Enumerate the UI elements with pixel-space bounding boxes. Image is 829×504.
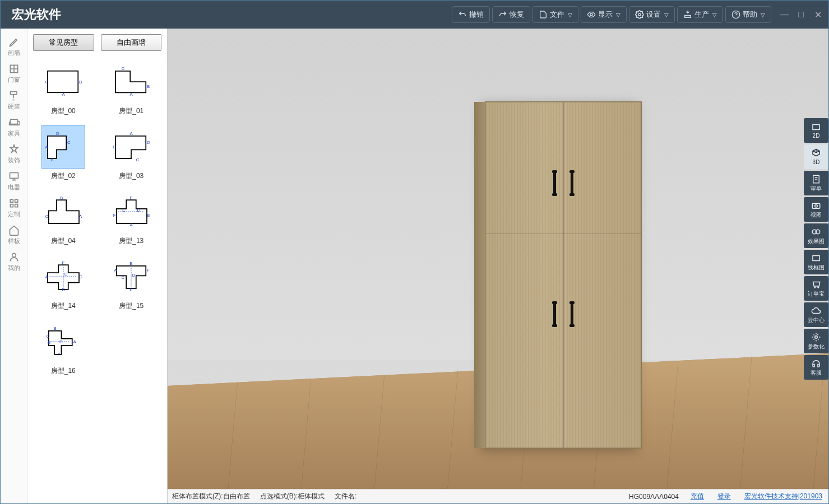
display-label: 显示 — [598, 10, 613, 20]
nav-appliance[interactable]: 电器 — [1, 167, 27, 194]
maximize-button[interactable]: □ — [796, 10, 806, 20]
camera-icon — [811, 200, 821, 211]
nav-wall[interactable]: 画墙 — [1, 33, 27, 60]
room-shape-00[interactable]: CBA 房型_00 — [34, 60, 92, 116]
display-menu[interactable]: 显示▽ — [581, 6, 627, 23]
file-menu[interactable]: 文件▽ — [532, 6, 578, 23]
eye-icon — [587, 10, 596, 19]
nav-door-label: 门窗 — [8, 76, 20, 84]
svg-text:D: D — [147, 140, 150, 145]
close-button[interactable]: ✕ — [813, 10, 823, 20]
room-shape-02[interactable]: DCAB 房型_02 — [34, 125, 92, 181]
svg-rect-8 — [10, 204, 13, 207]
render-button[interactable]: 效果图 — [804, 223, 828, 248]
wireframe-button[interactable]: 线框图 — [804, 250, 828, 274]
gear-icon — [635, 10, 644, 19]
produce-menu[interactable]: 生产▽ — [677, 6, 723, 23]
param-button[interactable]: 参数化 — [804, 329, 828, 353]
headset-icon — [811, 358, 821, 368]
status-bar: 柜体布置模式(Z):自由布置 点选模式(B):柜体模式 文件名: HG009AA… — [168, 489, 828, 503]
tab-common-rooms[interactable]: 常见房型 — [33, 34, 94, 51]
support-link[interactable]: 宏光软件技术支持|201903 — [744, 492, 822, 501]
nav-custom[interactable]: 定制 — [1, 194, 27, 221]
svg-text:A: A — [73, 339, 76, 344]
svg-text:A: A — [79, 214, 82, 219]
orderbao-button[interactable]: 订单宝 — [804, 276, 828, 301]
rt-label: 视图 — [811, 211, 822, 219]
help-icon — [731, 10, 740, 19]
viewport: 2D 3D 审单 视图 效果图 线框图 订单宝 云中心 参数化 客服 柜体布置模… — [168, 29, 828, 503]
svg-text:B: B — [147, 84, 150, 89]
svg-text:D: D — [59, 339, 63, 344]
settings-menu[interactable]: 设置▽ — [629, 6, 675, 23]
nav-hard-label: 硬装 — [8, 102, 20, 111]
undo-button[interactable]: 撤销 — [452, 6, 490, 23]
svg-text:B: B — [147, 213, 150, 218]
nav-mine[interactable]: 我的 — [1, 248, 27, 275]
svg-text:D: D — [56, 131, 59, 136]
window-icon — [8, 63, 20, 74]
view-2d-button[interactable]: 2D — [804, 118, 828, 143]
room-shape-13[interactable]: EFBACD 房型_13 — [103, 190, 161, 246]
status-filename: 文件名: — [335, 492, 356, 501]
cloud-button[interactable]: 云中心 — [804, 302, 828, 327]
view-3d-button[interactable]: 3D — [804, 144, 828, 169]
undo-icon — [458, 10, 467, 19]
nav-furniture[interactable]: 家具 — [1, 114, 27, 141]
help-menu[interactable]: 帮助▽ — [725, 6, 771, 23]
svg-rect-63 — [813, 255, 819, 260]
room-shape-14[interactable]: EACBD 房型_14 — [34, 255, 92, 311]
redo-button[interactable]: 恢复 — [492, 6, 530, 23]
room-shape-03[interactable]: ADBC 房型_03 — [103, 125, 161, 181]
review-button[interactable]: 审单 — [804, 171, 828, 195]
view-button[interactable]: 视图 — [804, 197, 828, 222]
scene-3d[interactable]: 2D 3D 审单 视图 效果图 线框图 订单宝 云中心 参数化 客服 — [168, 29, 828, 489]
cube-icon — [811, 148, 821, 158]
minimize-button[interactable]: — — [779, 10, 789, 20]
monitor-icon — [8, 171, 20, 182]
rt-label: 效果图 — [808, 237, 825, 245]
cart-icon — [811, 279, 821, 290]
tab-free-wall[interactable]: 自由画墙 — [101, 34, 162, 51]
shape-label: 房型_03 — [119, 171, 143, 181]
service-button[interactable]: 客服 — [804, 355, 828, 380]
svg-text:A: A — [114, 268, 118, 273]
svg-text:B: B — [50, 157, 53, 162]
wireframe-icon — [811, 253, 821, 263]
svg-text:D: D — [132, 273, 136, 278]
rect-icon — [811, 122, 821, 132]
shape-label: 房型_16 — [51, 366, 76, 376]
produce-label: 生产 — [694, 10, 709, 20]
settings-label: 设置 — [646, 10, 661, 20]
svg-text:C: C — [136, 157, 140, 162]
nav-door-window[interactable]: 门窗 — [1, 60, 27, 87]
rt-label: 订单宝 — [808, 290, 825, 298]
svg-text:B: B — [130, 261, 133, 266]
login-link[interactable]: 登录 — [717, 492, 731, 501]
shape-label: 房型_13 — [119, 236, 143, 246]
room-shape-16[interactable]: BCAEDF 房型_16 — [34, 320, 92, 376]
sofa-icon — [8, 117, 20, 128]
recharge-link[interactable]: 充值 — [691, 492, 704, 501]
room-shape-01[interactable]: CBA 房型_01 — [103, 60, 161, 116]
right-toolbar: 2D 3D 审单 视图 效果图 线框图 订单宝 云中心 参数化 客服 — [804, 118, 828, 380]
rt-label: 2D — [813, 133, 820, 139]
svg-point-10 — [12, 253, 16, 257]
status-select-mode: 点选模式(B):柜体模式 — [260, 492, 325, 501]
nav-decor[interactable]: 装饰 — [1, 141, 27, 167]
shape-label: 房型_01 — [119, 106, 143, 116]
svg-text:C: C — [45, 214, 48, 219]
grid-icon — [8, 198, 20, 209]
nav-template[interactable]: 样板 — [1, 221, 27, 248]
shape-label: 房型_00 — [51, 106, 76, 116]
svg-point-1 — [638, 13, 641, 16]
nav-wall-label: 画墙 — [8, 49, 20, 57]
svg-text:E: E — [130, 195, 133, 200]
cabinet-model[interactable] — [485, 101, 642, 449]
nav-appliance-label: 电器 — [8, 183, 20, 192]
svg-text:A: A — [62, 92, 65, 97]
nav-hard-furnish[interactable]: 硬装 — [1, 87, 27, 114]
room-shape-15[interactable]: BAFCDE 房型_15 — [103, 255, 161, 311]
room-shape-04[interactable]: BCA 房型_04 — [34, 190, 92, 246]
svg-text:A: A — [45, 274, 48, 279]
